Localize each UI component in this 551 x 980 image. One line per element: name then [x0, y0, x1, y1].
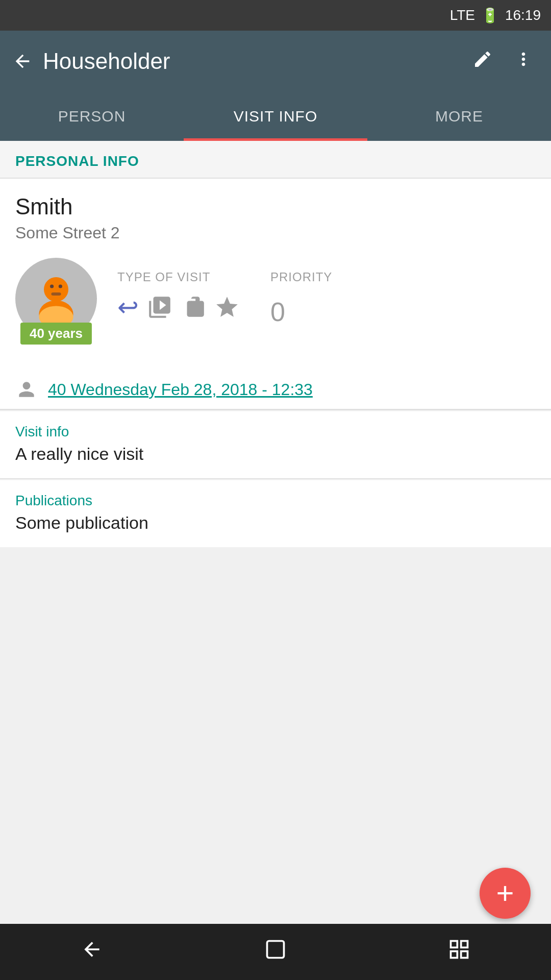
svg-rect-8 [461, 941, 468, 948]
star-icon [214, 295, 240, 320]
person-name: Smith [15, 194, 536, 219]
type-of-visit-section: TYPE OF VISIT ↩ [117, 270, 240, 322]
svg-point-0 [44, 277, 68, 302]
camera-icon [147, 295, 172, 320]
svg-point-4 [59, 284, 62, 288]
tab-person[interactable]: PERSON [0, 92, 184, 141]
type-of-visit-label: TYPE OF VISIT [117, 270, 210, 284]
priority-label: PRIORITY [270, 270, 332, 284]
publications-section: Publications Some publication [0, 480, 551, 547]
svg-rect-5 [51, 292, 61, 296]
divider-1 [0, 409, 551, 410]
page-title: Householder [43, 48, 457, 74]
svg-rect-9 [451, 951, 458, 958]
clock: 16:19 [505, 7, 541, 23]
briefcase-icon [181, 295, 206, 320]
content-area: PERSONAL INFO Smith Some Street 2 [0, 141, 551, 547]
visit-info-section: Visit info A really nice visit [0, 411, 551, 478]
person-icon [15, 378, 38, 401]
svg-rect-10 [461, 951, 468, 958]
edit-button[interactable] [467, 44, 498, 79]
divider-2 [0, 478, 551, 479]
personal-info-header: PERSONAL INFO [0, 141, 551, 179]
tab-more[interactable]: MORE [367, 92, 551, 141]
add-button[interactable]: + [480, 868, 531, 919]
app-bar: Householder [0, 31, 551, 92]
publications-value: Some publication [15, 513, 536, 533]
status-bar: LTE 🔋 16:19 [0, 0, 551, 31]
person-card: Smith Some Street 2 [0, 179, 551, 370]
battery-icon: 🔋 [481, 7, 499, 24]
home-nav-button[interactable] [234, 930, 317, 974]
person-row[interactable]: 40 Wednesday Feb 28, 2018 - 12:33 [0, 370, 551, 409]
network-indicator: LTE [450, 7, 475, 23]
publications-label: Publications [15, 493, 536, 509]
tab-visit-info[interactable]: VISIT INFO [184, 92, 367, 141]
recent-nav-button[interactable] [417, 930, 501, 974]
person-visit-date: 40 Wednesday Feb 28, 2018 - 12:33 [48, 380, 536, 399]
back-nav-button[interactable] [50, 930, 134, 974]
visit-info-value: A really nice visit [15, 444, 536, 464]
add-icon: + [496, 878, 514, 909]
return-icon: ↩ [117, 292, 139, 322]
svg-rect-7 [451, 941, 458, 948]
personal-info-label: PERSONAL INFO [15, 153, 139, 169]
priority-value: 0 [270, 297, 285, 327]
svg-rect-6 [267, 941, 284, 958]
visit-type-priority: TYPE OF VISIT ↩ [117, 270, 536, 327]
priority-section: PRIORITY 0 [270, 270, 332, 327]
more-options-button[interactable] [508, 44, 539, 79]
person-address: Some Street 2 [15, 224, 536, 242]
bottom-nav [0, 924, 551, 980]
avatar-container: 40 years [15, 258, 97, 339]
svg-point-3 [50, 284, 54, 288]
age-badge: 40 years [20, 323, 92, 345]
tab-bar: PERSON VISIT INFO MORE [0, 92, 551, 141]
visit-info-label: Visit info [15, 424, 536, 440]
type-icons: ↩ [117, 292, 240, 322]
person-middle-row: 40 years TYPE OF VISIT ↩ [15, 258, 536, 339]
back-button[interactable] [12, 51, 33, 71]
